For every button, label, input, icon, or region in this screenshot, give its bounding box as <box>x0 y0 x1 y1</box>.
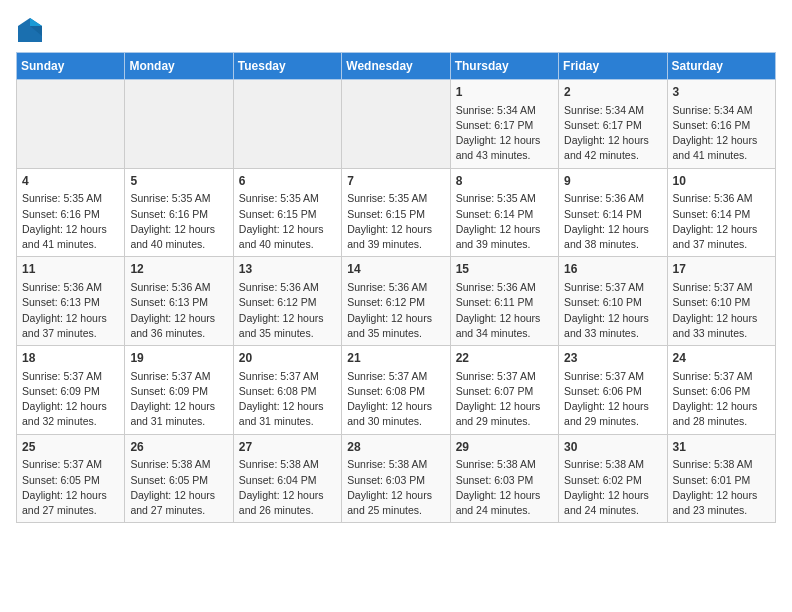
day-info: Sunrise: 5:34 AM Sunset: 6:17 PM Dayligh… <box>456 103 553 164</box>
day-info: Sunrise: 5:36 AM Sunset: 6:12 PM Dayligh… <box>347 280 444 341</box>
day-number: 27 <box>239 439 336 456</box>
day-info: Sunrise: 5:37 AM Sunset: 6:06 PM Dayligh… <box>564 369 661 430</box>
calendar-cell: 26Sunrise: 5:38 AM Sunset: 6:05 PM Dayli… <box>125 434 233 523</box>
calendar-header-row: SundayMondayTuesdayWednesdayThursdayFrid… <box>17 53 776 80</box>
day-number: 21 <box>347 350 444 367</box>
day-info: Sunrise: 5:36 AM Sunset: 6:12 PM Dayligh… <box>239 280 336 341</box>
calendar-cell: 5Sunrise: 5:35 AM Sunset: 6:16 PM Daylig… <box>125 168 233 257</box>
svg-marker-1 <box>30 18 42 26</box>
col-header-tuesday: Tuesday <box>233 53 341 80</box>
day-number: 14 <box>347 261 444 278</box>
page-header <box>16 16 776 44</box>
day-info: Sunrise: 5:38 AM Sunset: 6:03 PM Dayligh… <box>347 457 444 518</box>
calendar-cell: 2Sunrise: 5:34 AM Sunset: 6:17 PM Daylig… <box>559 80 667 169</box>
day-info: Sunrise: 5:35 AM Sunset: 6:16 PM Dayligh… <box>22 191 119 252</box>
day-number: 20 <box>239 350 336 367</box>
calendar-cell: 24Sunrise: 5:37 AM Sunset: 6:06 PM Dayli… <box>667 346 775 435</box>
day-info: Sunrise: 5:35 AM Sunset: 6:16 PM Dayligh… <box>130 191 227 252</box>
calendar-cell: 29Sunrise: 5:38 AM Sunset: 6:03 PM Dayli… <box>450 434 558 523</box>
calendar-cell: 21Sunrise: 5:37 AM Sunset: 6:08 PM Dayli… <box>342 346 450 435</box>
day-info: Sunrise: 5:36 AM Sunset: 6:14 PM Dayligh… <box>673 191 770 252</box>
day-number: 17 <box>673 261 770 278</box>
calendar-cell <box>342 80 450 169</box>
calendar-cell: 30Sunrise: 5:38 AM Sunset: 6:02 PM Dayli… <box>559 434 667 523</box>
day-info: Sunrise: 5:37 AM Sunset: 6:09 PM Dayligh… <box>22 369 119 430</box>
day-number: 10 <box>673 173 770 190</box>
day-number: 3 <box>673 84 770 101</box>
col-header-wednesday: Wednesday <box>342 53 450 80</box>
calendar-cell: 10Sunrise: 5:36 AM Sunset: 6:14 PM Dayli… <box>667 168 775 257</box>
day-number: 16 <box>564 261 661 278</box>
calendar-cell: 28Sunrise: 5:38 AM Sunset: 6:03 PM Dayli… <box>342 434 450 523</box>
col-header-sunday: Sunday <box>17 53 125 80</box>
logo-icon <box>16 16 44 44</box>
day-info: Sunrise: 5:37 AM Sunset: 6:09 PM Dayligh… <box>130 369 227 430</box>
day-number: 13 <box>239 261 336 278</box>
day-number: 1 <box>456 84 553 101</box>
calendar-cell: 12Sunrise: 5:36 AM Sunset: 6:13 PM Dayli… <box>125 257 233 346</box>
day-number: 8 <box>456 173 553 190</box>
day-info: Sunrise: 5:38 AM Sunset: 6:05 PM Dayligh… <box>130 457 227 518</box>
calendar-cell <box>233 80 341 169</box>
calendar-cell: 11Sunrise: 5:36 AM Sunset: 6:13 PM Dayli… <box>17 257 125 346</box>
day-info: Sunrise: 5:37 AM Sunset: 6:10 PM Dayligh… <box>673 280 770 341</box>
calendar-cell: 16Sunrise: 5:37 AM Sunset: 6:10 PM Dayli… <box>559 257 667 346</box>
calendar-table: SundayMondayTuesdayWednesdayThursdayFrid… <box>16 52 776 523</box>
day-number: 15 <box>456 261 553 278</box>
calendar-cell: 22Sunrise: 5:37 AM Sunset: 6:07 PM Dayli… <box>450 346 558 435</box>
day-info: Sunrise: 5:36 AM Sunset: 6:13 PM Dayligh… <box>22 280 119 341</box>
day-number: 26 <box>130 439 227 456</box>
day-number: 5 <box>130 173 227 190</box>
day-info: Sunrise: 5:35 AM Sunset: 6:15 PM Dayligh… <box>239 191 336 252</box>
day-number: 30 <box>564 439 661 456</box>
day-info: Sunrise: 5:37 AM Sunset: 6:05 PM Dayligh… <box>22 457 119 518</box>
day-info: Sunrise: 5:35 AM Sunset: 6:14 PM Dayligh… <box>456 191 553 252</box>
calendar-cell: 3Sunrise: 5:34 AM Sunset: 6:16 PM Daylig… <box>667 80 775 169</box>
day-info: Sunrise: 5:37 AM Sunset: 6:08 PM Dayligh… <box>239 369 336 430</box>
day-number: 24 <box>673 350 770 367</box>
day-number: 2 <box>564 84 661 101</box>
day-info: Sunrise: 5:38 AM Sunset: 6:03 PM Dayligh… <box>456 457 553 518</box>
day-info: Sunrise: 5:37 AM Sunset: 6:07 PM Dayligh… <box>456 369 553 430</box>
day-number: 23 <box>564 350 661 367</box>
logo <box>16 16 48 44</box>
calendar-cell: 17Sunrise: 5:37 AM Sunset: 6:10 PM Dayli… <box>667 257 775 346</box>
calendar-cell: 9Sunrise: 5:36 AM Sunset: 6:14 PM Daylig… <box>559 168 667 257</box>
day-info: Sunrise: 5:36 AM Sunset: 6:14 PM Dayligh… <box>564 191 661 252</box>
day-info: Sunrise: 5:37 AM Sunset: 6:08 PM Dayligh… <box>347 369 444 430</box>
calendar-cell: 18Sunrise: 5:37 AM Sunset: 6:09 PM Dayli… <box>17 346 125 435</box>
day-number: 6 <box>239 173 336 190</box>
day-number: 29 <box>456 439 553 456</box>
day-info: Sunrise: 5:36 AM Sunset: 6:13 PM Dayligh… <box>130 280 227 341</box>
day-info: Sunrise: 5:37 AM Sunset: 6:06 PM Dayligh… <box>673 369 770 430</box>
day-number: 7 <box>347 173 444 190</box>
calendar-cell: 4Sunrise: 5:35 AM Sunset: 6:16 PM Daylig… <box>17 168 125 257</box>
day-number: 31 <box>673 439 770 456</box>
col-header-thursday: Thursday <box>450 53 558 80</box>
day-info: Sunrise: 5:34 AM Sunset: 6:17 PM Dayligh… <box>564 103 661 164</box>
day-number: 28 <box>347 439 444 456</box>
calendar-cell: 1Sunrise: 5:34 AM Sunset: 6:17 PM Daylig… <box>450 80 558 169</box>
col-header-saturday: Saturday <box>667 53 775 80</box>
calendar-week-1: 1Sunrise: 5:34 AM Sunset: 6:17 PM Daylig… <box>17 80 776 169</box>
calendar-body: 1Sunrise: 5:34 AM Sunset: 6:17 PM Daylig… <box>17 80 776 523</box>
day-info: Sunrise: 5:37 AM Sunset: 6:10 PM Dayligh… <box>564 280 661 341</box>
calendar-cell <box>17 80 125 169</box>
calendar-cell: 15Sunrise: 5:36 AM Sunset: 6:11 PM Dayli… <box>450 257 558 346</box>
day-info: Sunrise: 5:36 AM Sunset: 6:11 PM Dayligh… <box>456 280 553 341</box>
calendar-week-2: 4Sunrise: 5:35 AM Sunset: 6:16 PM Daylig… <box>17 168 776 257</box>
calendar-cell: 8Sunrise: 5:35 AM Sunset: 6:14 PM Daylig… <box>450 168 558 257</box>
calendar-week-3: 11Sunrise: 5:36 AM Sunset: 6:13 PM Dayli… <box>17 257 776 346</box>
day-number: 11 <box>22 261 119 278</box>
day-number: 18 <box>22 350 119 367</box>
col-header-friday: Friday <box>559 53 667 80</box>
day-number: 25 <box>22 439 119 456</box>
calendar-cell: 31Sunrise: 5:38 AM Sunset: 6:01 PM Dayli… <box>667 434 775 523</box>
day-info: Sunrise: 5:38 AM Sunset: 6:01 PM Dayligh… <box>673 457 770 518</box>
day-number: 4 <box>22 173 119 190</box>
day-info: Sunrise: 5:35 AM Sunset: 6:15 PM Dayligh… <box>347 191 444 252</box>
day-number: 19 <box>130 350 227 367</box>
day-number: 12 <box>130 261 227 278</box>
calendar-cell: 13Sunrise: 5:36 AM Sunset: 6:12 PM Dayli… <box>233 257 341 346</box>
calendar-cell: 6Sunrise: 5:35 AM Sunset: 6:15 PM Daylig… <box>233 168 341 257</box>
